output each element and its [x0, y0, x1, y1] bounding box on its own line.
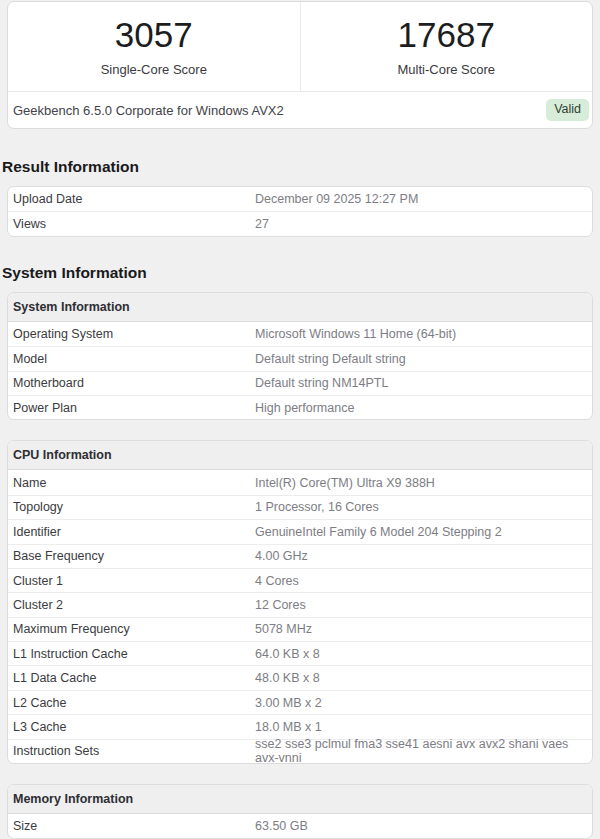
- table-row: Operating System Microsoft Windows 11 Ho…: [8, 322, 592, 346]
- row-label: Topology: [13, 500, 255, 514]
- row-value: Microsoft Windows 11 Home (64-bit): [255, 327, 592, 341]
- row-value: 12 Cores: [255, 598, 592, 612]
- table-row: L2 Cache 3.00 MB x 2: [8, 690, 592, 714]
- table-row: Instruction Sets sse2 sse3 pclmul fma3 s…: [8, 739, 592, 763]
- row-value: 18.0 MB x 1: [255, 720, 592, 734]
- cpu-information-rows: Name Intel(R) Core(TM) Ultra X9 388H Top…: [8, 470, 592, 763]
- table-row: Base Frequency 4.00 GHz: [8, 544, 592, 568]
- row-value: 3.00 MB x 2: [255, 696, 592, 710]
- single-core-score-label: Single-Core Score: [101, 62, 207, 77]
- geekbench-result-page: 3057 Single-Core Score 17687 Multi-Core …: [0, 1, 600, 839]
- system-information-heading: System Information: [2, 264, 593, 282]
- multi-core-score-value: 17687: [398, 16, 495, 54]
- result-information-heading: Result Information: [2, 158, 593, 176]
- row-label: Model: [13, 352, 255, 366]
- row-label: Views: [13, 217, 255, 231]
- row-value: 48.0 KB x 8: [255, 671, 592, 685]
- table-row: L3 Cache 18.0 MB x 1: [8, 714, 592, 738]
- memory-information-rows: Size 63.50 GB: [8, 814, 592, 838]
- row-value: 27: [255, 217, 592, 231]
- row-value: 5078 MHz: [255, 622, 592, 636]
- score-row: 3057 Single-Core Score 17687 Multi-Core …: [8, 2, 592, 91]
- row-label: Name: [13, 476, 255, 490]
- system-information-rows: Operating System Microsoft Windows 11 Ho…: [8, 322, 592, 420]
- row-label: Upload Date: [13, 192, 255, 206]
- row-value: Default string Default string: [255, 352, 592, 366]
- row-value: GenuineIntel Family 6 Model 204 Stepping…: [255, 525, 592, 539]
- system-information-table: System Information Operating System Micr…: [7, 292, 593, 421]
- row-value: 4.00 GHz: [255, 549, 592, 563]
- cpu-information-table: CPU Information Name Intel(R) Core(TM) U…: [7, 440, 593, 764]
- valid-badge: Valid: [546, 99, 589, 121]
- table-row: Cluster 1 4 Cores: [8, 568, 592, 592]
- row-value: December 09 2025 12:27 PM: [255, 192, 592, 206]
- table-row: Topology 1 Processor, 16 Cores: [8, 495, 592, 519]
- table-row: Maximum Frequency 5078 MHz: [8, 617, 592, 641]
- row-label: Maximum Frequency: [13, 622, 255, 636]
- score-summary-card: 3057 Single-Core Score 17687 Multi-Core …: [7, 1, 593, 129]
- table-row: Power Plan High performance: [8, 395, 592, 419]
- table-row: Identifier GenuineIntel Family 6 Model 2…: [8, 519, 592, 543]
- table-row: Views 27: [8, 211, 592, 235]
- row-value: 4 Cores: [255, 574, 592, 588]
- row-label: L3 Cache: [13, 720, 255, 734]
- memory-information-table-title: Memory Information: [8, 785, 592, 814]
- table-row: Name Intel(R) Core(TM) Ultra X9 388H: [8, 470, 592, 494]
- multi-core-score-panel: 17687 Multi-Core Score: [300, 2, 593, 91]
- table-row: Upload Date December 09 2025 12:27 PM: [8, 187, 592, 211]
- table-row: Model Default string Default string: [8, 346, 592, 370]
- system-information-table-title: System Information: [8, 293, 592, 322]
- row-value: High performance: [255, 401, 592, 415]
- single-core-score-value: 3057: [115, 16, 193, 54]
- row-value: 1 Processor, 16 Cores: [255, 500, 592, 514]
- benchmark-version-label: Geekbench 6.5.0 Corporate for Windows AV…: [13, 103, 284, 118]
- table-row: Motherboard Default string NM14PTL: [8, 371, 592, 395]
- row-label: L1 Data Cache: [13, 671, 255, 685]
- row-label: L2 Cache: [13, 696, 255, 710]
- row-value: Default string NM14PTL: [255, 376, 592, 390]
- row-label: Cluster 2: [13, 598, 255, 612]
- cpu-information-table-title: CPU Information: [8, 441, 592, 470]
- table-row: L1 Instruction Cache 64.0 KB x 8: [8, 641, 592, 665]
- single-core-score-panel: 3057 Single-Core Score: [8, 2, 300, 91]
- row-value: 63.50 GB: [255, 819, 592, 833]
- row-label: Instruction Sets: [13, 744, 255, 758]
- row-value: Intel(R) Core(TM) Ultra X9 388H: [255, 476, 592, 490]
- row-value: 64.0 KB x 8: [255, 647, 592, 661]
- row-label: Power Plan: [13, 401, 255, 415]
- row-label: Operating System: [13, 327, 255, 341]
- memory-information-table: Memory Information Size 63.50 GB: [7, 784, 593, 839]
- row-value: sse2 sse3 pclmul fma3 sse41 aesni avx av…: [255, 737, 592, 764]
- table-row: Size 63.50 GB: [8, 814, 592, 838]
- row-label: Identifier: [13, 525, 255, 539]
- result-information-rows: Upload Date December 09 2025 12:27 PM Vi…: [8, 187, 592, 236]
- result-information-table: Upload Date December 09 2025 12:27 PM Vi…: [7, 186, 593, 237]
- row-label: L1 Instruction Cache: [13, 647, 255, 661]
- multi-core-score-label: Multi-Core Score: [397, 62, 495, 77]
- row-label: Motherboard: [13, 376, 255, 390]
- row-label: Base Frequency: [13, 549, 255, 563]
- table-row: Cluster 2 12 Cores: [8, 592, 592, 616]
- row-label: Size: [13, 819, 255, 833]
- row-label: Cluster 1: [13, 574, 255, 588]
- table-row: L1 Data Cache 48.0 KB x 8: [8, 665, 592, 689]
- version-bar: Geekbench 6.5.0 Corporate for Windows AV…: [8, 91, 592, 128]
